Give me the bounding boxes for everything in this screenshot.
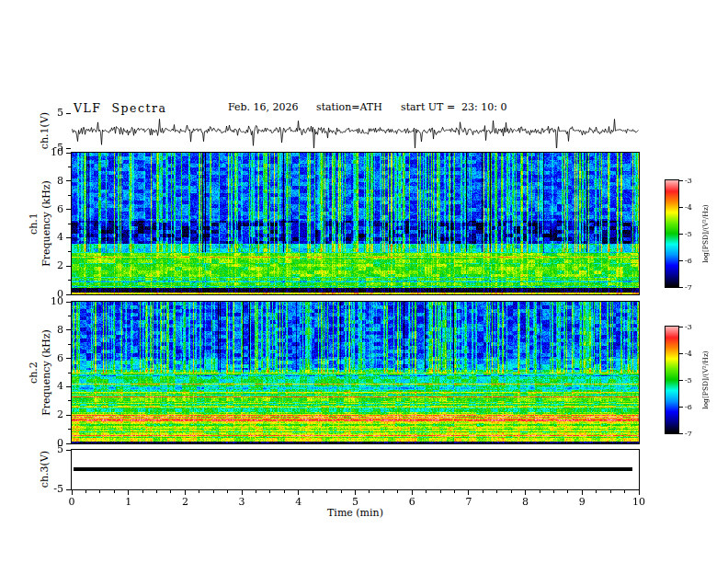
x-minor-tick [610, 490, 611, 493]
x-tick-label: 0 [63, 496, 81, 508]
ch1-frequency-axis-label: Frequency (kHz) [40, 180, 53, 267]
ch2-spectrogram-ylabel: ch.2 Frequency (kHz) [28, 329, 54, 416]
spec-y-minor-tick [68, 224, 71, 224]
colorbar-tick [679, 180, 683, 181]
ch3-wave-y-tick [66, 450, 71, 451]
x-minor-tick [341, 490, 342, 493]
ch1-spec-y-tick-label: 8 [44, 175, 63, 187]
x-tick [582, 490, 583, 495]
x-tick-label: 9 [573, 496, 591, 508]
ch2-spec-y-tick [66, 386, 71, 387]
x-tick [525, 490, 526, 495]
x-minor-tick [426, 490, 427, 493]
x-tick-label: 8 [517, 496, 535, 508]
ch2-spec-y-tick [66, 358, 71, 359]
colorbar-tick-label: -3 [685, 323, 692, 331]
x-minor-tick [227, 490, 228, 493]
x-axis-label: Time (min) [313, 507, 397, 519]
x-tick-label: 6 [403, 496, 421, 508]
colorbar-tick [679, 353, 683, 354]
colorbar-tick [679, 234, 683, 235]
x-tick-label: 10 [630, 496, 648, 508]
x-minor-tick [440, 490, 441, 493]
x-tick [185, 490, 186, 495]
colorbar-tick-label: -5 [685, 230, 692, 238]
x-minor-tick [156, 490, 157, 493]
ch1-spec-y-tick [66, 266, 71, 267]
ch2-spec-y-tick-label: 8 [44, 324, 63, 336]
ch1-spec-y-tick [66, 237, 71, 238]
x-minor-tick [496, 490, 497, 493]
figure-start-ut: start UT = 23: 10: 0 [401, 101, 507, 113]
x-tick-label: 3 [233, 496, 251, 508]
colorbar-tick [679, 260, 683, 261]
colorbar-tick-label: -6 [685, 403, 692, 411]
ch2-frequency-axis-label: Frequency (kHz) [40, 329, 53, 416]
ch3-wave-y-tick-label: -5 [44, 483, 63, 495]
x-tick [468, 490, 469, 495]
colorbar-tick-label: -4 [685, 203, 692, 212]
x-minor-tick [369, 490, 370, 493]
colorbar-tick-label: -6 [685, 257, 692, 265]
ch2-spec-y-tick-label: 4 [44, 380, 63, 392]
colorbar-tick-label: -7 [685, 283, 692, 292]
ch1-channel-label: ch.1 [28, 180, 40, 267]
x-minor-tick [326, 490, 327, 493]
ch1-spec-y-tick-label: 4 [44, 231, 63, 243]
ch1-spectrogram-heatmap [72, 153, 639, 294]
spec-y-minor-tick [68, 251, 71, 252]
ch1-spec-y-tick [66, 209, 71, 210]
spec-y-minor-tick [68, 344, 71, 345]
x-tick [128, 490, 129, 495]
ch1-wave-y-tick [66, 148, 71, 149]
x-tick-label: 5 [347, 496, 365, 508]
x-minor-tick [624, 490, 625, 493]
x-minor-tick [142, 490, 143, 493]
ch3-flatline-trace [74, 467, 632, 471]
colorbar-tick-label: -4 [685, 350, 692, 358]
x-tick-label: 4 [290, 496, 308, 508]
ch3-wave-y-tick-label: 5 [44, 443, 63, 455]
x-tick-label: 7 [460, 496, 478, 508]
x-minor-tick [567, 490, 568, 493]
vlf-spectra-figure: VLF Spectra Feb. 16, 2026 station=ATH st… [0, 0, 728, 563]
colorbar2-label: log[PSD]/(V²/Hz) [701, 350, 710, 409]
ch2-spectrogram-heatmap [72, 302, 639, 443]
x-minor-tick [269, 490, 270, 493]
x-tick-label: 1 [119, 496, 138, 508]
x-minor-tick [483, 490, 483, 493]
x-minor-tick [284, 490, 285, 493]
x-minor-tick [313, 490, 313, 493]
x-tick [72, 490, 73, 495]
spec-y-minor-tick [68, 280, 71, 281]
x-minor-tick [170, 490, 171, 493]
colorbar-tick-label: -5 [685, 376, 692, 385]
ch1-spectrogram-ylabel: ch.1 Frequency (kHz) [28, 180, 54, 267]
ch1-spec-y-tick-label: 6 [44, 203, 63, 215]
x-minor-tick [213, 490, 214, 493]
ch1-spec-y-tick-label: 10 [44, 146, 63, 158]
x-minor-tick [99, 490, 100, 493]
ch1-waveform-trace [72, 113, 639, 148]
spec-y-minor-tick [68, 195, 71, 196]
colorbar-tick [679, 380, 683, 381]
colorbar-tick-label: -7 [685, 430, 692, 438]
ch3-wave-y-tick [66, 489, 71, 490]
ch2-spec-y-tick [66, 329, 71, 330]
x-minor-tick [596, 490, 597, 493]
ch1-wave-y-tick [66, 113, 71, 114]
x-tick-label: 2 [176, 496, 194, 508]
colorbar-tick [679, 207, 683, 208]
x-minor-tick [114, 490, 115, 493]
x-tick [298, 490, 299, 495]
colorbar2-gradient [665, 327, 678, 433]
spec-y-minor-tick [68, 373, 71, 373]
ch2-spec-y-tick [66, 443, 71, 444]
colorbar-tick [679, 287, 683, 288]
ch1-spec-y-tick [66, 294, 71, 295]
x-minor-tick [383, 490, 384, 493]
colorbar1-label: log[PSD]/(V²/Hz) [701, 204, 710, 263]
ch1-spec-y-tick [66, 180, 71, 181]
x-minor-tick [511, 490, 512, 493]
spec-y-minor-tick [68, 429, 71, 430]
